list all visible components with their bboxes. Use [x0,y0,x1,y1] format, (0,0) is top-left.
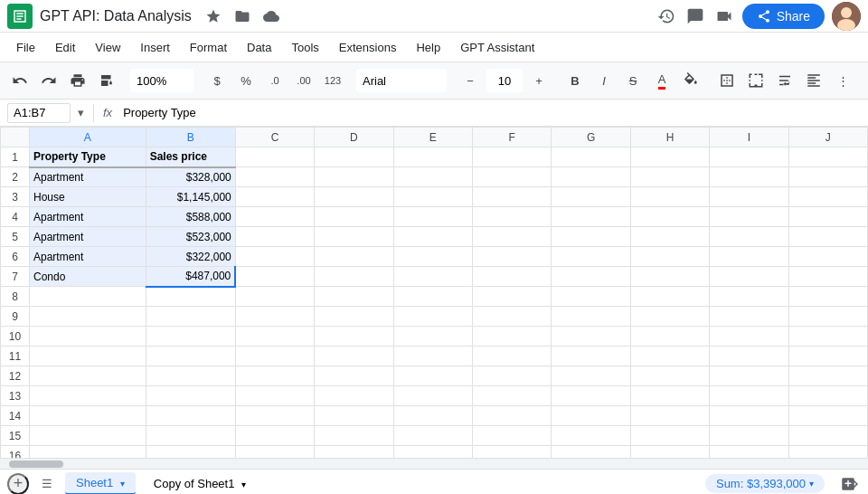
cell-empty[interactable] [788,147,867,167]
print-button[interactable] [65,68,90,93]
cell-empty[interactable] [472,267,551,287]
cell-5-B[interactable]: $523,000 [146,227,235,247]
cell-empty[interactable] [472,147,551,167]
row-header-15[interactable]: 15 [1,426,30,446]
row-header-2[interactable]: 2 [1,167,30,187]
font-size-inc-button[interactable]: + [526,68,552,93]
cell-empty[interactable] [235,406,314,426]
menu-insert[interactable]: Insert [131,37,179,58]
cloud-icon[interactable] [260,5,282,27]
cell-empty[interactable] [788,406,867,426]
cell-empty[interactable] [30,307,146,327]
share-button[interactable]: Share [742,4,825,29]
cell-empty[interactable] [552,147,630,167]
cell-empty[interactable] [788,366,867,386]
cell-empty[interactable] [788,426,867,446]
cell-empty[interactable] [788,347,867,366]
sheet-scroll[interactable]: A B C D E F G H I J 1Property TypeSales … [0,127,868,458]
cell-empty[interactable] [315,147,393,167]
currency-button[interactable]: $ [204,68,230,93]
comment-icon[interactable] [684,5,706,27]
cell-empty[interactable] [315,287,393,307]
cell-empty[interactable] [552,167,630,187]
font-size-input[interactable] [486,69,523,92]
col-header-F[interactable]: F [472,128,551,147]
cell-empty[interactable] [472,426,551,446]
cell-empty[interactable] [315,307,393,327]
cell-empty[interactable] [630,386,709,406]
cell-empty[interactable] [30,426,146,446]
cell-empty[interactable] [30,446,146,459]
cell-4-B[interactable]: $588,000 [146,207,235,227]
menu-help[interactable]: Help [407,37,449,58]
cell-empty[interactable] [393,366,472,386]
cell-empty[interactable] [710,187,788,207]
font-size-dec-button[interactable]: − [458,68,483,93]
cell-empty[interactable] [710,426,788,446]
col-header-G[interactable]: G [552,128,630,147]
cell-empty[interactable] [630,366,709,386]
cell-empty[interactable] [630,207,709,227]
cell-empty[interactable] [472,167,551,187]
cell-empty[interactable] [552,426,630,446]
cell-empty[interactable] [235,446,314,459]
col-header-C[interactable]: C [235,128,314,147]
col-header-B[interactable]: B [146,128,235,147]
cell-empty[interactable] [552,207,630,227]
cell-empty[interactable] [235,386,314,406]
cell-empty[interactable] [315,386,393,406]
sheet-right-arrow[interactable] [843,470,868,494]
cell-empty[interactable] [146,287,235,307]
cell-empty[interactable] [393,307,472,327]
cell-empty[interactable] [552,247,630,267]
row-header-14[interactable]: 14 [1,406,30,426]
row-header-9[interactable]: 9 [1,307,30,327]
formula-chevron-down[interactable]: ▾ [78,106,84,119]
videocam-icon[interactable] [713,5,735,27]
cell-6-B[interactable]: $322,000 [146,247,235,267]
redo-button[interactable] [36,68,61,93]
cell-empty[interactable] [393,426,472,446]
cell-empty[interactable] [393,207,472,227]
cell-empty[interactable] [788,386,867,406]
cell-empty[interactable] [630,227,709,247]
cell-empty[interactable] [315,207,393,227]
cell-empty[interactable] [788,307,867,327]
cell-empty[interactable] [552,386,630,406]
cell-empty[interactable] [788,167,867,187]
cell-empty[interactable] [472,366,551,386]
cell-empty[interactable] [146,446,235,459]
cell-empty[interactable] [30,406,146,426]
cell-empty[interactable] [235,267,314,287]
cell-3-A[interactable]: House [30,187,146,207]
row-header-7[interactable]: 7 [1,267,30,287]
cell-empty[interactable] [552,446,630,459]
row-header-4[interactable]: 4 [1,207,30,227]
history-icon[interactable] [656,5,677,27]
text-color-button[interactable]: A [649,68,675,93]
align-button[interactable] [801,68,826,93]
sheet-menu-button[interactable]: ☰ [36,473,58,495]
cell-3-B[interactable]: $1,145,000 [146,187,235,207]
cell-empty[interactable] [710,147,788,167]
percent-button[interactable]: % [233,68,259,93]
cell-empty[interactable] [710,366,788,386]
sum-dropdown-icon[interactable]: ▾ [809,479,814,489]
cell-empty[interactable] [30,347,146,366]
cell-6-A[interactable]: Apartment [30,247,146,267]
cell-reference-input[interactable] [7,103,71,123]
cell-empty[interactable] [235,426,314,446]
cell-empty[interactable] [146,347,235,366]
col-header-D[interactable]: D [315,128,393,147]
star-icon[interactable] [203,5,224,27]
row-header-3[interactable]: 3 [1,187,30,207]
cell-empty[interactable] [30,287,146,307]
cell-empty[interactable] [472,247,551,267]
cell-empty[interactable] [788,267,867,287]
row-header-11[interactable]: 11 [1,347,30,366]
avatar[interactable] [832,2,861,31]
more-button[interactable]: ⋮ [830,68,855,93]
sum-display[interactable]: Sum: $3,393,000 ▾ [705,474,825,493]
cell-empty[interactable] [552,287,630,307]
cell-1-B[interactable]: Sales price [146,147,235,167]
